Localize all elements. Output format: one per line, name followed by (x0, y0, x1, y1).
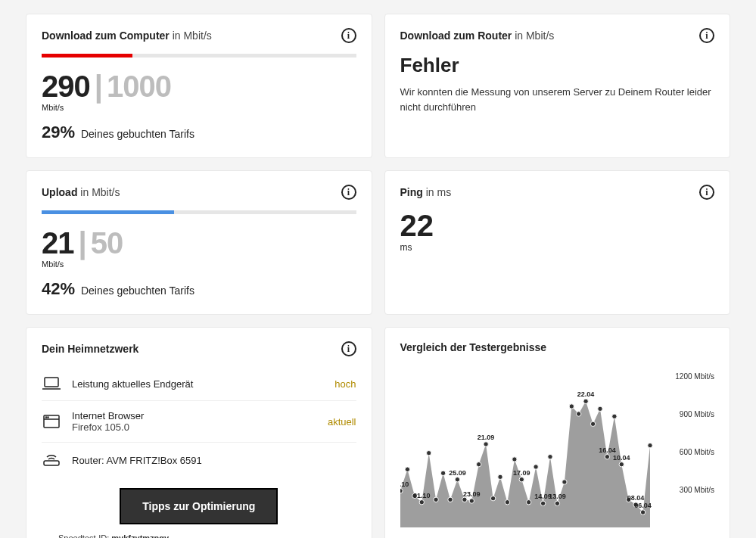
chart-point (440, 471, 445, 475)
chart-point (455, 477, 459, 482)
chart-point-label: 25.09 (449, 469, 466, 477)
upload-pct: 42% Deines gebuchten Tarifs (42, 279, 356, 299)
info-icon[interactable]: i (341, 341, 356, 356)
chart-point (497, 474, 502, 479)
chart-point (590, 421, 595, 426)
ping-unit: ms (400, 242, 715, 253)
y-axis-label: 1200 Mbit/s (675, 372, 714, 381)
chart-point (569, 404, 574, 409)
chart-point (605, 455, 609, 459)
chart-point-label: 08.04 (627, 494, 644, 502)
upload-progress-bar (42, 210, 356, 214)
compare-title: Vergleich der Testergebnisse (400, 341, 547, 353)
ping-card: Ping in ms i 22 ms (384, 170, 731, 315)
upload-value: 21 | 50 (42, 228, 356, 258)
info-icon[interactable]: i (699, 28, 714, 43)
chart-point-label: 22.04 (577, 390, 594, 398)
compare-chart: 07.1001.1025.0923.0921.0917.0914.0913.09… (400, 376, 715, 538)
svg-rect-0 (45, 378, 58, 387)
network-row-badge: hoch (334, 378, 356, 390)
download-progress-bar (42, 54, 356, 58)
laptop-icon (42, 376, 61, 391)
router-title: Download zum Router in Mbit/s (400, 30, 555, 42)
info-icon[interactable]: i (341, 28, 356, 43)
chart-point (611, 414, 616, 418)
svg-point-2 (45, 417, 46, 418)
chart-point (426, 451, 431, 456)
chart-point (555, 501, 559, 505)
chart-point (405, 467, 409, 471)
chart-point (647, 443, 652, 448)
chart-point (476, 462, 481, 467)
chart-point (540, 501, 545, 505)
chart-point (419, 500, 424, 505)
upload-card: Upload in Mbit/s i 21 | 50 Mbit/s 42% De… (26, 170, 372, 315)
network-title: Dein Heimnetzwerk (42, 343, 138, 355)
download-value: 290 | 1000 (42, 71, 356, 101)
browser-icon (42, 414, 61, 429)
chart-point-label: 06.04 (634, 502, 652, 509)
chart-point-label: 16.04 (599, 446, 616, 454)
chart-point (576, 412, 580, 416)
chart-point-label: 01.10 (413, 492, 431, 499)
chart-point (433, 497, 437, 502)
compare-card: Vergleich der Testergebnisse 07.1001.102… (384, 327, 731, 538)
router-error-title: Fehler (400, 54, 715, 77)
chart-point (562, 480, 566, 484)
chart-point (533, 465, 537, 469)
network-row: Leistung aktuelles Endgeräthoch (42, 367, 356, 401)
router-error-msg: Wir konnten die Messung von unserem Serv… (400, 85, 715, 114)
network-row: Internet BrowserFirefox 105.0aktuell (42, 401, 356, 443)
network-row-label: Router: AVM FRITZ!Box 6591 (72, 455, 346, 466)
info-icon[interactable]: i (699, 185, 714, 200)
chart-point-label: 07.10 (400, 480, 409, 488)
upload-unit: Mbit/s (42, 260, 356, 269)
chart-point (619, 462, 624, 467)
router-card: Download zum Router in Mbit/s i Fehler W… (384, 14, 731, 158)
network-row-badge: aktuell (328, 416, 356, 428)
info-icon[interactable]: i (341, 185, 356, 200)
optimize-button[interactable]: Tipps zur Optimierung (120, 488, 278, 524)
upload-title: Upload in Mbit/s (42, 186, 120, 198)
chart-point (483, 442, 487, 446)
download-unit: Mbit/s (42, 103, 356, 112)
download-title: Download zum Computer in Mbit/s (42, 30, 212, 42)
y-axis-label: 900 Mbit/s (680, 410, 714, 418)
ping-value: 22 (400, 210, 715, 241)
chart-point-label: 23.09 (463, 490, 481, 498)
chart-point (469, 499, 474, 503)
download-card: Download zum Computer in Mbit/s i 290 | … (26, 14, 372, 158)
chart-point-label: 17.09 (513, 469, 530, 477)
ping-title: Ping in ms (400, 186, 452, 198)
speedtest-id: Speedtest-ID: mykfzytmzngy (58, 533, 356, 538)
chart-point (490, 496, 495, 501)
router-icon (42, 452, 61, 468)
chart-point (447, 497, 452, 502)
network-row-label: Leistung aktuelles Endgerät (72, 378, 324, 390)
chart-point (526, 500, 530, 505)
svg-point-3 (48, 417, 48, 418)
chart-point (519, 477, 524, 482)
chart-point (462, 497, 466, 502)
chart-point-label: 10.04 (613, 454, 630, 462)
y-axis-label: 600 Mbit/s (680, 448, 714, 456)
download-pct: 29% Deines gebuchten Tarifs (42, 123, 356, 142)
chart-point (505, 500, 509, 505)
chart-point (597, 406, 602, 411)
network-row-label: Internet BrowserFirefox 105.0 (72, 410, 317, 433)
chart-point-label: 13.09 (549, 493, 566, 500)
chart-area (400, 401, 650, 527)
chart-point (583, 399, 587, 403)
chart-point (547, 455, 552, 459)
chart-point (512, 457, 516, 462)
network-row: Router: AVM FRITZ!Box 6591 (42, 443, 356, 477)
y-axis-label: 300 Mbit/s (680, 486, 714, 494)
chart-point-label: 21.09 (477, 434, 494, 441)
svg-rect-4 (44, 461, 59, 465)
chart-point (400, 489, 403, 493)
chart-point (640, 510, 645, 515)
network-card: Dein Heimnetzwerk i Leistung aktuelles E… (26, 327, 372, 538)
